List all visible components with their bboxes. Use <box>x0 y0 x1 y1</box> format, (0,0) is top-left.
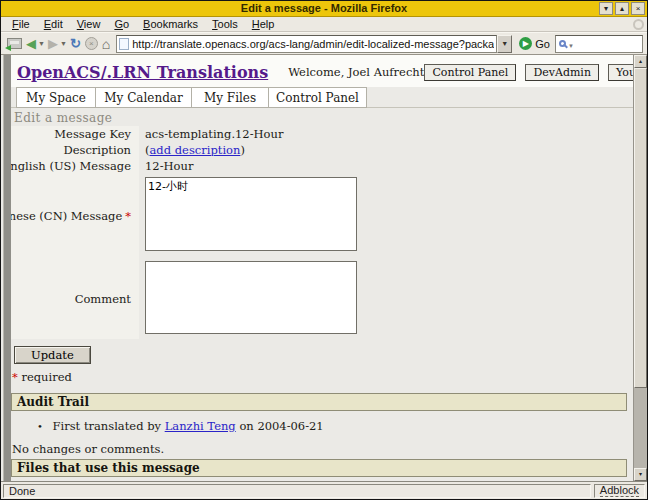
content-viewport: OpenACS/.LRN Translations Welcome, Joel … <box>1 55 647 481</box>
forward-dropdown-icon[interactable]: ▼ <box>60 40 67 47</box>
chinese-message-label: Chinese (CN) Message * <box>11 174 139 258</box>
required-note-text: required <box>21 370 71 384</box>
minimize-icon[interactable]: ▾ <box>599 2 613 15</box>
english-message-value: 12-Hour <box>139 158 357 174</box>
url-bar-group: ▼ <box>116 35 512 53</box>
back-icon[interactable]: ◀ <box>26 37 36 50</box>
search-dropdown-icon[interactable]: ▼ <box>568 43 574 49</box>
close-icon[interactable]: × <box>631 2 645 15</box>
files-header: Files that use this message <box>11 459 627 477</box>
menu-edit[interactable]: Edit <box>37 17 70 31</box>
status-text: Done <box>3 484 591 498</box>
menu-file[interactable]: File <box>5 17 37 31</box>
message-key-label: Message Key <box>11 126 139 142</box>
audit-entry-prefix: First translated by <box>53 419 165 433</box>
chinese-message-textarea[interactable]: 12-小时 <box>145 177 357 251</box>
page-favicon-icon <box>119 38 129 50</box>
search-icon <box>559 40 566 47</box>
stop-icon-glyph: × <box>85 37 98 50</box>
welcome-text: Welcome, Joel Aufrecht <box>288 65 424 79</box>
site-brand-link[interactable]: OpenACS/.LRN Translations <box>17 63 268 82</box>
required-note: * required <box>12 370 633 384</box>
print-icon-glyph <box>7 38 22 49</box>
window-title: Edit a message - Mozilla Firefox <box>1 1 647 16</box>
comment-label: Comment <box>11 258 139 339</box>
title-bar: Edit a message - Mozilla Firefox ▾ ▴ × <box>1 1 647 17</box>
navigation-toolbar: ◀ ▼ ▶ ▼ ↻ × ⌂ ▼ ▶ Go ▼ <box>1 32 647 55</box>
comment-textarea[interactable] <box>145 261 357 334</box>
reload-icon[interactable]: ↻ <box>70 37 81 50</box>
browser-window: Edit a message - Mozilla Firefox ▾ ▴ × F… <box>0 0 648 500</box>
devadmin-button[interactable]: DevAdmin <box>525 64 599 81</box>
comment-cell <box>139 258 357 339</box>
throbber-icon <box>633 19 644 30</box>
description-label: Description <box>11 142 139 158</box>
scroll-up-icon[interactable]: ▴ <box>634 55 647 68</box>
paren-close: ) <box>240 143 245 157</box>
go-button[interactable]: ▶ Go <box>519 37 550 50</box>
add-description-link[interactable]: add description <box>150 143 241 157</box>
tab-my-space[interactable]: My Space <box>16 87 96 108</box>
menu-help[interactable]: Help <box>245 17 282 31</box>
bullet-icon: • <box>37 421 43 432</box>
audit-trail-header: Audit Trail <box>11 393 627 411</box>
adblock-label: Adblock <box>600 484 639 497</box>
chinese-message-label-text: Chinese (CN) Message <box>11 209 122 223</box>
menu-tools[interactable]: Tools <box>205 17 245 31</box>
page-title: Edit a message <box>14 111 633 125</box>
vertical-scrollbar[interactable]: ▴ ▾ <box>633 55 647 481</box>
menu-view[interactable]: View <box>70 17 108 31</box>
english-message-label: English (US) Message <box>11 158 139 174</box>
tab-my-calendar[interactable]: My Calendar <box>95 87 192 108</box>
maximize-icon[interactable]: ▴ <box>615 2 629 15</box>
audit-entry-suffix: on 2004-06-21 <box>236 419 324 433</box>
required-note-asterisk: * <box>12 370 18 384</box>
tab-control-panel[interactable]: Control Panel <box>268 87 367 108</box>
control-panel-button[interactable]: Control Panel <box>424 64 516 81</box>
page-left-margin <box>3 55 11 481</box>
description-value: (add description) <box>139 142 357 158</box>
url-dropdown-icon[interactable]: ▼ <box>497 35 512 53</box>
your-account-button[interactable]: Your Account <box>608 64 633 81</box>
status-bar: Done Adblock <box>1 481 647 499</box>
go-arrow-icon: ▶ <box>519 37 532 50</box>
message-key-value: acs-templating.12-Hour <box>139 126 357 142</box>
header-buttons: Control Panel DevAdmin Your Account Logo… <box>424 64 633 81</box>
nav-tabs: My Space My Calendar My Files Control Pa… <box>11 87 633 108</box>
tab-my-files[interactable]: My Files <box>191 87 269 108</box>
forward-icon[interactable]: ▶ <box>48 37 58 50</box>
site-header: OpenACS/.LRN Translations Welcome, Joel … <box>11 55 633 87</box>
url-input[interactable] <box>132 37 494 51</box>
chinese-message-cell: 12-小时 <box>139 174 357 258</box>
back-dropdown-icon[interactable]: ▼ <box>38 40 45 47</box>
no-changes-text: No changes or comments. <box>12 442 633 456</box>
menu-bar: File Edit View Go Bookmarks Tools Help <box>1 17 647 32</box>
url-box <box>116 35 497 53</box>
home-icon[interactable]: ⌂ <box>102 37 110 51</box>
required-asterisk: * <box>125 209 131 223</box>
menu-go[interactable]: Go <box>107 17 136 31</box>
stop-icon[interactable]: × <box>85 37 98 50</box>
adblock-button[interactable]: Adblock <box>594 484 645 498</box>
window-controls: ▾ ▴ × <box>599 2 645 15</box>
audit-entry: • First translated by Lanzhi Teng on 200… <box>37 419 633 433</box>
page-content: OpenACS/.LRN Translations Welcome, Joel … <box>11 55 633 481</box>
update-button[interactable]: Update <box>14 346 91 364</box>
menu-bookmarks[interactable]: Bookmarks <box>136 17 205 31</box>
go-label: Go <box>535 38 550 50</box>
scroll-down-icon[interactable]: ▾ <box>634 468 647 481</box>
search-box: ▼ <box>555 35 643 53</box>
edit-message-form: Message Key acs-templating.12-Hour Descr… <box>11 126 633 339</box>
scrollbar-thumb[interactable] <box>634 68 647 388</box>
translator-link[interactable]: Lanzhi Teng <box>165 419 236 433</box>
search-input[interactable] <box>576 38 639 49</box>
print-icon[interactable] <box>7 38 22 49</box>
